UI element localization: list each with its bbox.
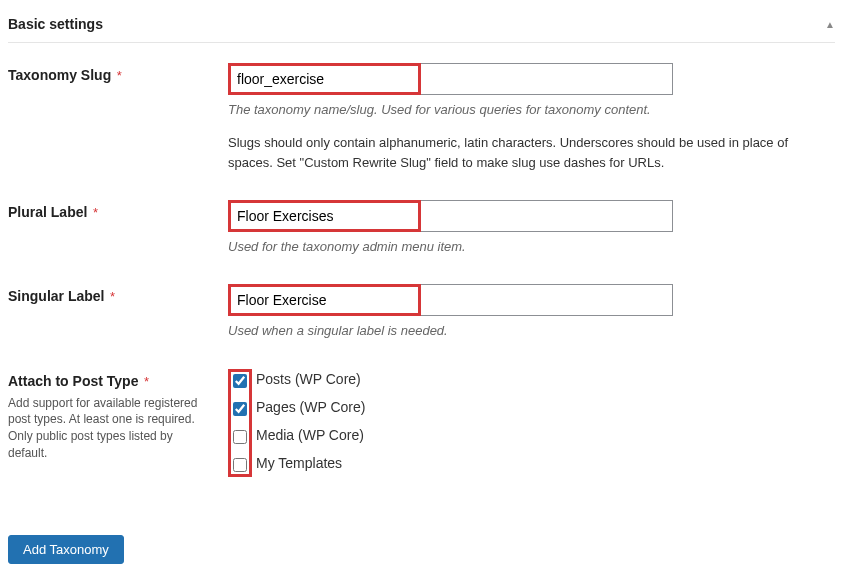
label-post-types: Attach to Post Type [8, 373, 138, 389]
row-plural-label: Plural Label * Used for the taxonomy adm… [8, 200, 835, 256]
input-col-singular: Used when a singular label is needed. [228, 284, 835, 340]
label-col-slug: Taxonomy Slug * [8, 63, 228, 83]
taxonomy-slug-input[interactable] [231, 66, 418, 92]
row-taxonomy-slug: Taxonomy Slug * The taxonomy name/slug. … [8, 63, 835, 172]
plural-label-input[interactable] [231, 203, 418, 229]
slug-extra-info: Slugs should only contain alphanumeric, … [228, 133, 835, 172]
label-plural: Plural Label [8, 204, 87, 220]
highlight-box [228, 200, 421, 232]
row-singular-label: Singular Label * Used when a singular la… [8, 284, 835, 340]
highlight-box [228, 284, 421, 316]
highlight-box [228, 63, 421, 95]
checkbox-my-templates[interactable] [233, 458, 247, 472]
required-asterisk: * [93, 205, 98, 220]
input-col-plural: Used for the taxonomy admin menu item. [228, 200, 835, 256]
slug-description: The taxonomy name/slug. Used for various… [228, 101, 835, 119]
plural-input-wrapper [228, 200, 673, 232]
singular-input-wrapper [228, 284, 673, 316]
checkbox-label-posts: Posts (WP Core) [256, 371, 365, 388]
post-types-checkbox-group: Posts (WP Core) Pages (WP Core) Media (W… [228, 369, 835, 477]
input-col-slug: The taxonomy name/slug. Used for various… [228, 63, 835, 172]
checkbox-labels: Posts (WP Core) Pages (WP Core) Media (W… [256, 369, 365, 472]
panel-header: Basic settings ▲ [8, 8, 835, 43]
label-col-plural: Plural Label * [8, 200, 228, 220]
required-asterisk: * [117, 68, 122, 83]
slug-input-wrapper [228, 63, 673, 95]
collapse-toggle-icon[interactable]: ▲ [825, 19, 835, 30]
checkbox-pages[interactable] [233, 402, 247, 416]
singular-label-input[interactable] [231, 287, 418, 313]
highlight-box [228, 369, 252, 477]
panel-title: Basic settings [8, 16, 103, 32]
label-col-post-types: Attach to Post Type * Add support for av… [8, 369, 228, 462]
add-taxonomy-button[interactable]: Add Taxonomy [8, 535, 124, 564]
post-types-help: Add support for available registered pos… [8, 395, 228, 462]
plural-description: Used for the taxonomy admin menu item. [228, 238, 835, 256]
row-post-types: Attach to Post Type * Add support for av… [8, 369, 835, 477]
input-remainder[interactable] [421, 200, 673, 232]
input-remainder[interactable] [421, 284, 673, 316]
required-asterisk: * [144, 374, 149, 389]
input-remainder[interactable] [421, 63, 673, 95]
checkbox-label-pages: Pages (WP Core) [256, 399, 365, 416]
input-col-post-types: Posts (WP Core) Pages (WP Core) Media (W… [228, 369, 835, 477]
label-taxonomy-slug: Taxonomy Slug [8, 67, 111, 83]
basic-settings-panel: Basic settings ▲ Taxonomy Slug * The tax… [8, 8, 835, 564]
label-singular: Singular Label [8, 288, 104, 304]
label-col-singular: Singular Label * [8, 284, 228, 304]
checkbox-media[interactable] [233, 430, 247, 444]
checkbox-label-media: Media (WP Core) [256, 427, 365, 444]
checkbox-label-templates: My Templates [256, 455, 365, 472]
required-asterisk: * [110, 289, 115, 304]
checkbox-posts[interactable] [233, 374, 247, 388]
singular-description: Used when a singular label is needed. [228, 322, 835, 340]
